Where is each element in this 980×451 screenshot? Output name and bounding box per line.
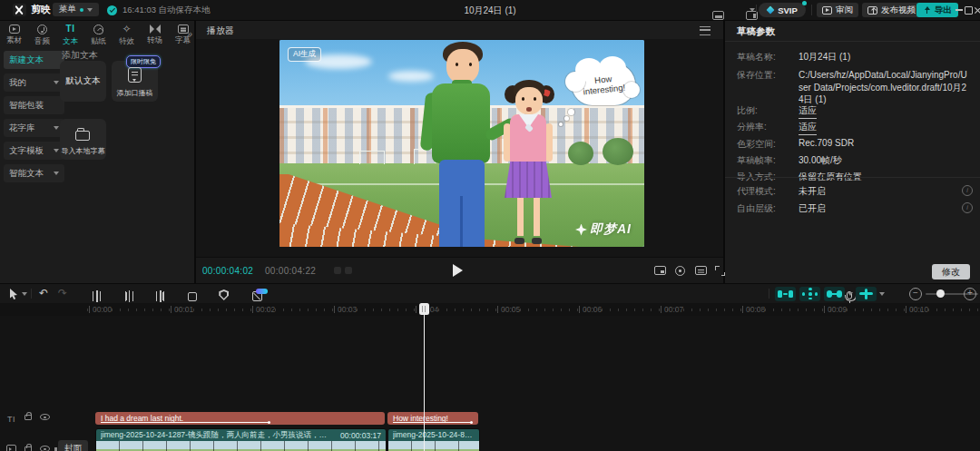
split-button[interactable] bbox=[93, 291, 101, 301]
cover-button[interactable]: 封面 bbox=[58, 440, 88, 451]
timeline-ruler[interactable]: 00:00 00:01 00:02 00:03 00:04 00:05 00:0… bbox=[0, 303, 980, 316]
review-button[interactable]: 审阅 bbox=[817, 3, 858, 17]
linkage-chevron-icon[interactable] bbox=[848, 292, 853, 296]
tab-text[interactable]: TI文本 bbox=[56, 21, 84, 48]
modify-button[interactable]: 修改 bbox=[932, 264, 970, 279]
diamond-icon bbox=[767, 5, 775, 14]
tab-audio[interactable]: 音频 bbox=[28, 21, 56, 48]
default-text-card[interactable]: 默认文本 bbox=[60, 61, 106, 102]
video-clip-2[interactable]: jimeng-2025-10-24-8432-镜头跟随，两 bbox=[387, 428, 480, 451]
layout-chevron-icon[interactable] bbox=[750, 8, 755, 12]
ratio-icon[interactable] bbox=[695, 266, 707, 275]
text-clip-1[interactable]: I had a dream last night. bbox=[95, 412, 385, 425]
ruler-label: 00:00 bbox=[93, 305, 112, 314]
info-icon[interactable]: i bbox=[962, 185, 973, 196]
svip-button[interactable]: SVIP bbox=[759, 3, 806, 17]
sidebar-item-mine[interactable]: 我的 bbox=[4, 74, 64, 92]
maximize-icon bbox=[965, 6, 973, 15]
svip-label: SVIP bbox=[778, 5, 798, 15]
smart-crop-button[interactable] bbox=[252, 291, 262, 301]
window-maximize-button[interactable] bbox=[964, 5, 973, 15]
lock-icon[interactable] bbox=[24, 415, 32, 420]
sidebar-item-smart-package[interactable]: 智能包装 bbox=[4, 96, 64, 114]
sidebar-item-text-template[interactable]: 文字模板 bbox=[4, 142, 64, 160]
player-menu-icon[interactable] bbox=[700, 26, 710, 35]
window-minimize-button[interactable] bbox=[955, 5, 964, 15]
video-track-icon bbox=[6, 445, 16, 451]
info-icon[interactable]: i bbox=[962, 202, 973, 213]
proxy-mode-value: 未开启 bbox=[799, 185, 826, 198]
tab-transitions[interactable]: 转场 bbox=[141, 21, 169, 48]
zoom-slider-thumb[interactable] bbox=[936, 289, 945, 298]
text-style-line bbox=[393, 422, 471, 423]
tab-media[interactable]: 素材 bbox=[0, 21, 28, 48]
text-track-icon: TI bbox=[7, 415, 15, 424]
text-clip-2[interactable]: How interesting! bbox=[387, 412, 478, 425]
section-title: 添加文本 bbox=[62, 49, 98, 62]
delete-right-button[interactable] bbox=[156, 291, 164, 301]
publish-video-button[interactable]: 发布视频 bbox=[862, 3, 921, 17]
select-tool-button[interactable] bbox=[8, 288, 19, 304]
select-tool-chevron-icon[interactable] bbox=[22, 292, 27, 296]
ruler-label: 00:01 bbox=[174, 305, 193, 314]
ratio-value[interactable]: 适应 bbox=[799, 104, 817, 119]
lock-icon[interactable] bbox=[24, 446, 32, 451]
timeline-tracks: TI ⋯ 封面 I had a dream last night. How in… bbox=[0, 316, 980, 451]
delete-button[interactable] bbox=[188, 292, 197, 301]
linkage-button[interactable] bbox=[824, 287, 845, 301]
import-subtitle-card[interactable]: 导入本地字幕 bbox=[60, 119, 106, 160]
color-space-value: Rec.709 SDR bbox=[799, 138, 854, 148]
titlebar: 剪映 菜单 16:41:03 自动保存本地 10月24日 (1) SVIP 审阅 bbox=[0, 0, 980, 20]
sidebar-item-smart-text[interactable]: 智能文本 bbox=[4, 164, 64, 182]
ruler-label: 00:09 bbox=[828, 305, 847, 314]
zoom-out-button[interactable]: − bbox=[909, 288, 922, 300]
fps-value: 30.00帧/秒 bbox=[799, 154, 842, 167]
main-track-magnet-button[interactable] bbox=[775, 287, 796, 301]
tab-effects[interactable]: ✧特效 bbox=[113, 21, 141, 48]
eye-icon[interactable] bbox=[40, 414, 50, 420]
play-button[interactable] bbox=[453, 264, 463, 277]
draft-params-panel: 草稿参数 草稿名称: 10月24日 (1) 保存位置: C:/Users/hz/… bbox=[725, 21, 980, 283]
tabs-overflow-button[interactable]: » bbox=[187, 28, 192, 39]
autosave-text: 16:41:03 自动保存本地 bbox=[122, 5, 211, 16]
project-title: 10月24日 (1) bbox=[464, 5, 515, 17]
export-button[interactable]: 导出 bbox=[916, 3, 958, 17]
playhead-handle[interactable] bbox=[419, 303, 429, 315]
girl-skirt bbox=[505, 162, 552, 198]
zoom-in-button[interactable]: + bbox=[964, 288, 976, 300]
resolution-value[interactable]: 适应 bbox=[799, 121, 817, 135]
tab-sticker[interactable]: 贴纸 bbox=[84, 21, 113, 48]
sidebar-item-fancy-text[interactable]: 花字库 bbox=[4, 119, 64, 137]
menu-button[interactable]: 菜单 bbox=[53, 3, 99, 16]
redo-button[interactable]: ↷ bbox=[58, 288, 67, 299]
video-preview[interactable]: How interesting! AI生成 即梦AI bbox=[279, 40, 644, 247]
preview-axis-chevron-icon[interactable] bbox=[879, 292, 885, 296]
preview-axis-button[interactable] bbox=[856, 287, 877, 301]
sidebar-item-new-text[interactable]: 新建文本 bbox=[4, 51, 64, 69]
sticker-icon bbox=[93, 25, 103, 34]
video-clip-1[interactable]: jimeng-2025-10-24-1287-镜头跟随，两人向前走，小男孩说话，… bbox=[95, 428, 387, 451]
preview-quality-icon[interactable] bbox=[654, 266, 666, 275]
delete-left-button[interactable] bbox=[125, 291, 133, 301]
fullscreen-icon[interactable] bbox=[715, 266, 725, 276]
auto-snap-button[interactable] bbox=[799, 287, 820, 301]
window-close-button[interactable] bbox=[973, 5, 980, 15]
bubble-tail-dot bbox=[564, 116, 569, 121]
draft-params-header: 草稿参数 bbox=[725, 21, 980, 42]
undo-button[interactable]: ↶ bbox=[39, 288, 48, 299]
freeze-frame-button[interactable] bbox=[219, 289, 229, 300]
playhead-line[interactable] bbox=[424, 303, 425, 451]
text-icon: TI bbox=[66, 24, 75, 34]
add-voiceover-card[interactable]: 限时限免 添加口播稿 bbox=[112, 61, 158, 102]
video-clip-header: jimeng-2025-10-24-8432-镜头跟随，两 bbox=[388, 429, 479, 441]
ruler-label: 00:02 bbox=[256, 305, 275, 314]
marker-square[interactable] bbox=[334, 267, 341, 274]
layout-toggle-icon[interactable] bbox=[712, 11, 724, 20]
timeline: ↶ ↷ bbox=[0, 284, 980, 451]
current-time: 00:00:04:02 bbox=[202, 266, 253, 276]
girl-eye bbox=[534, 97, 536, 101]
eye-icon[interactable] bbox=[40, 446, 50, 451]
marker-square[interactable] bbox=[345, 267, 352, 274]
video-filmstrip bbox=[388, 441, 479, 451]
original-ratio-icon[interactable] bbox=[675, 266, 685, 276]
